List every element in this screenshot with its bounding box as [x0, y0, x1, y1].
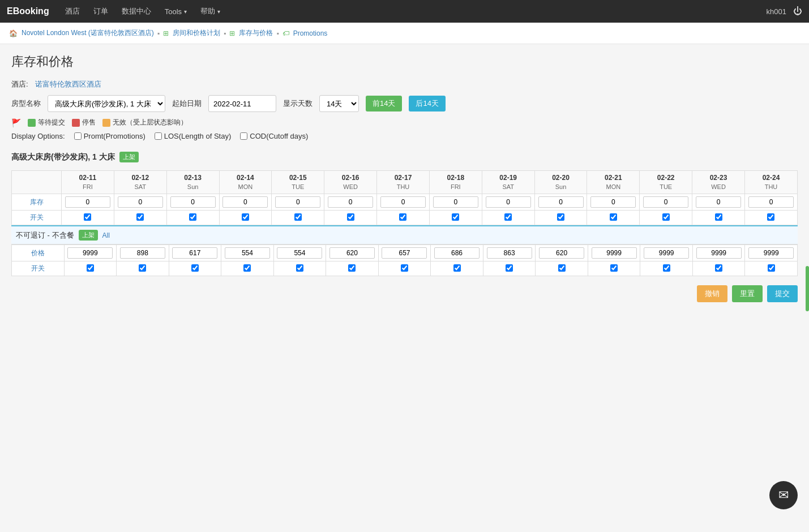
- price-input-11[interactable]: [644, 247, 689, 259]
- display-days-select[interactable]: 7天 14天 30天: [319, 95, 359, 112]
- switch-input-5[interactable]: [347, 213, 354, 221]
- price-input-9[interactable]: [539, 247, 584, 259]
- rate-switch-input-11[interactable]: [663, 264, 670, 272]
- price-input-3[interactable]: [225, 247, 270, 259]
- inventory-input-2[interactable]: [170, 196, 216, 208]
- rate-switch-input-2[interactable]: [191, 264, 199, 272]
- inventory-input-5[interactable]: [328, 196, 373, 208]
- breadcrumb-step3[interactable]: 库存与价格: [239, 28, 273, 38]
- rate-switch-input-3[interactable]: [243, 264, 251, 272]
- rate-switch-input-0[interactable]: [87, 264, 94, 272]
- switch-input-2[interactable]: [189, 213, 196, 221]
- checkbox-cod[interactable]: [240, 132, 247, 140]
- breadcrumb-sep1: ▪: [157, 29, 160, 37]
- breadcrumb-home[interactable]: Novotel London West (诺富特伦敦西区酒店): [22, 28, 154, 38]
- breadcrumb-step4[interactable]: Promotions: [293, 29, 328, 37]
- price-cell-4: [273, 245, 326, 261]
- switch-input-12[interactable]: [715, 213, 722, 221]
- inventory-input-3[interactable]: [222, 196, 268, 208]
- nav-data[interactable]: 数据中心: [115, 0, 158, 23]
- display-days-label: 显示天数: [283, 98, 313, 109]
- inventory-input-0[interactable]: [65, 196, 110, 208]
- inventory-input-7[interactable]: [433, 196, 478, 208]
- switch-cell-10: [587, 211, 640, 225]
- rate-switch-input-9[interactable]: [558, 264, 566, 272]
- inventory-input-10[interactable]: [590, 196, 636, 208]
- chat-icon[interactable]: ✉: [769, 481, 798, 509]
- btn-prev[interactable]: 前14天: [366, 96, 402, 111]
- inventory-cell-1: [114, 194, 166, 211]
- switch-input-8[interactable]: [504, 213, 512, 221]
- breadcrumb-sep2: ▪: [224, 29, 226, 37]
- rate-switch-input-5[interactable]: [348, 264, 356, 272]
- rate-switch-input-10[interactable]: [610, 264, 618, 272]
- price-input-13[interactable]: [748, 247, 794, 259]
- price-input-2[interactable]: [172, 247, 217, 259]
- switch-input-3[interactable]: [242, 213, 249, 221]
- rate-switch-input-6[interactable]: [401, 264, 408, 272]
- switch-input-7[interactable]: [452, 213, 459, 221]
- breadcrumb-sep3: ▪: [276, 29, 279, 37]
- price-cell-12: [692, 245, 745, 261]
- price-input-8[interactable]: [487, 247, 532, 259]
- price-input-7[interactable]: [434, 247, 480, 259]
- nav-tools[interactable]: Tools ▾: [158, 0, 194, 23]
- switch-input-13[interactable]: [767, 213, 774, 221]
- switch-input-1[interactable]: [136, 213, 144, 221]
- inventory-input-12[interactable]: [696, 196, 741, 208]
- switch-input-9[interactable]: [557, 213, 564, 221]
- switch-input-6[interactable]: [399, 213, 406, 221]
- btn-cancel[interactable]: 撤销: [697, 285, 727, 302]
- inventory-input-9[interactable]: [538, 196, 584, 208]
- btn-next[interactable]: 后14天: [409, 96, 445, 111]
- inventory-input-8[interactable]: [486, 196, 531, 208]
- inventory-input-11[interactable]: [643, 196, 688, 208]
- inventory-cell-8: [482, 194, 534, 211]
- switch-input-10[interactable]: [610, 213, 617, 221]
- price-input-10[interactable]: [592, 247, 637, 259]
- inventory-input-4[interactable]: [275, 196, 320, 208]
- hotel-link[interactable]: 诺富特伦敦西区酒店: [35, 79, 101, 89]
- brand-logo[interactable]: EBooking: [7, 6, 49, 16]
- legend-label-pending: 等待提交: [38, 118, 65, 127]
- btn-reset[interactable]: 里置: [732, 285, 763, 302]
- switch-input-4[interactable]: [294, 213, 302, 221]
- rate-switch-input-12[interactable]: [715, 264, 722, 272]
- start-date-input[interactable]: [208, 95, 276, 112]
- rate-switch-input-8[interactable]: [506, 264, 513, 272]
- logout-icon[interactable]: ⏻: [793, 6, 802, 16]
- rate-switch-input-4[interactable]: [296, 264, 303, 272]
- option-promt[interactable]: Promt(Promotions): [74, 132, 145, 140]
- rate-switch-input-7[interactable]: [453, 264, 461, 272]
- date-header-2: 02-13 Sun: [166, 171, 219, 194]
- rate-switch-input-1[interactable]: [139, 264, 146, 272]
- switch-input-11[interactable]: [662, 213, 670, 221]
- option-los[interactable]: LOS(Length of Stay): [155, 132, 232, 140]
- inventory-input-6[interactable]: [380, 196, 426, 208]
- switch-cell-6: [377, 211, 430, 225]
- price-input-6[interactable]: [382, 247, 427, 259]
- rate-all-link[interactable]: All: [102, 231, 110, 239]
- legend-pending: 等待提交: [28, 118, 65, 127]
- btn-submit[interactable]: 提交: [767, 285, 798, 302]
- option-cod-label: COD(Cutoff days): [250, 132, 308, 140]
- rate-switch-input-13[interactable]: [768, 264, 775, 272]
- breadcrumb-step2[interactable]: 房间和价格计划: [173, 28, 220, 38]
- inventory-input-1[interactable]: [118, 196, 163, 208]
- price-input-0[interactable]: [67, 247, 113, 259]
- legend-dot-stop: [72, 119, 80, 127]
- price-input-5[interactable]: [329, 247, 375, 259]
- inventory-input-13[interactable]: [748, 196, 794, 208]
- price-input-1[interactable]: [120, 247, 165, 259]
- switch-input-0[interactable]: [84, 213, 91, 221]
- option-cod[interactable]: COD(Cutoff days): [240, 132, 308, 140]
- switch-cell-13: [744, 211, 797, 225]
- nav-order[interactable]: 订单: [87, 0, 115, 23]
- price-input-4[interactable]: [277, 247, 322, 259]
- nav-help[interactable]: 帮助 ▾: [194, 0, 227, 23]
- room-type-select[interactable]: 高级大床房(带沙发床), 1 大床: [48, 95, 165, 112]
- price-input-12[interactable]: [696, 247, 742, 259]
- checkbox-los[interactable]: [155, 132, 162, 140]
- checkbox-promt[interactable]: [74, 132, 82, 140]
- nav-hotel[interactable]: 酒店: [58, 0, 87, 23]
